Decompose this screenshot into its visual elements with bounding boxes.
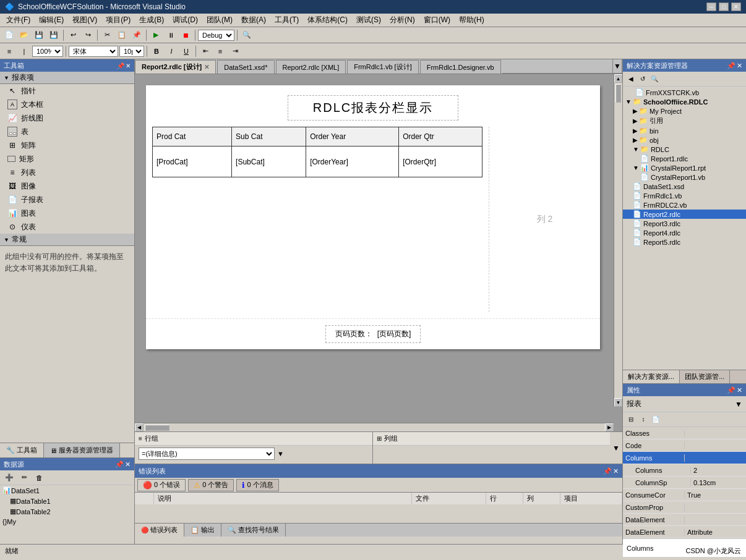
tree-expand-references[interactable]: ▶ <box>633 117 638 124</box>
doc-tab-frmrdlc1-design[interactable]: FrmRdlc1.vb [设计] <box>347 60 419 74</box>
tree-item-dataset1-xsd[interactable]: 📄 DataSet1.xsd <box>623 182 746 191</box>
error-panel-pin-btn[interactable]: 📌 <box>603 467 612 475</box>
scroll-up-btn[interactable]: ▲ <box>614 74 622 83</box>
tree-item-obj[interactable]: ▶ 📁 obj <box>623 135 746 145</box>
datasource-add-btn[interactable]: ➕ <box>2 472 16 484</box>
props-pin-btn[interactable]: 📌 <box>727 386 735 394</box>
props-sort-btn[interactable]: ↕ <box>638 414 649 425</box>
bold-btn[interactable]: B <box>150 45 163 57</box>
props-close-btn[interactable]: ✕ <box>737 386 742 394</box>
save-all-btn[interactable]: 💾 <box>47 29 61 41</box>
font-size-select[interactable]: 10pt <box>119 46 144 57</box>
tree-item-schooloffice[interactable]: ▼ 📁 SchoolOffiice.RDLC <box>623 97 746 106</box>
menu-analyze[interactable]: 分析(N) <box>386 14 419 27</box>
menu-project[interactable]: 项目(P) <box>102 14 134 27</box>
col-header-prodcat[interactable]: Prod Cat <box>153 127 232 146</box>
italic-btn[interactable]: I <box>165 45 178 57</box>
datasource-close-btn[interactable]: ✕ <box>125 460 131 469</box>
tree-item-bin[interactable]: ▶ 📁 bin <box>623 126 746 135</box>
redo-btn[interactable]: ↪ <box>81 29 95 41</box>
doc-tabs-overflow-btn[interactable]: ▼ <box>612 59 622 74</box>
tree-item-frmrdlc2-vb[interactable]: 📄 FrmRDLC2.vb <box>623 200 746 210</box>
save-btn[interactable]: 💾 <box>32 29 46 41</box>
menu-help[interactable]: 帮助(H) <box>455 14 488 27</box>
format-btn1[interactable]: ≡ <box>2 45 16 57</box>
datasource-item-my[interactable]: {} My <box>0 517 134 527</box>
align-center-btn[interactable]: ≡ <box>213 45 227 57</box>
vertical-scrollbar[interactable]: ▲ ▼ <box>614 74 622 407</box>
toolbox-general-header[interactable]: 常规 <box>0 234 134 246</box>
error-panel-close-btn[interactable]: ✕ <box>613 467 619 475</box>
tree-expand-schooloffice[interactable]: ▼ <box>625 98 632 105</box>
right-tab-team[interactable]: 团队资源管... <box>680 370 730 383</box>
props-categories-btn[interactable]: ⊟ <box>625 414 637 425</box>
tree-item-report4[interactable]: 📄 Report4.rdlc <box>623 228 746 237</box>
props-pages-btn[interactable]: 📄 <box>650 414 661 425</box>
menu-data[interactable]: 数据(A) <box>238 14 270 27</box>
font-name-select[interactable]: 宋体 <box>69 46 118 57</box>
scroll-h-thumb[interactable] <box>145 425 169 431</box>
scroll-down-btn[interactable]: ▼ <box>614 398 622 407</box>
tree-item-myproject[interactable]: ▶ 📁 My Project <box>623 106 746 116</box>
tree-item-rdlc[interactable]: ▼ 📁 RDLC <box>623 145 746 154</box>
doc-tab-frmrdlc1-designer[interactable]: FrmRdlc1.Designer.vb <box>420 60 501 74</box>
tree-expand-myproject[interactable]: ▶ <box>633 108 638 114</box>
scroll-left-btn[interactable]: ◀ <box>135 423 144 431</box>
toolbox-item-table[interactable]: 表 <box>0 125 134 138</box>
menu-build[interactable]: 生成(B) <box>135 14 168 27</box>
solution-explorer-close-btn[interactable]: ✕ <box>737 62 742 70</box>
error-bottom-tab-errors[interactable]: 🔴 错误列表 <box>135 524 184 537</box>
toolbox-item-subreport[interactable]: 📄 子报表 <box>0 193 134 206</box>
search-btn[interactable]: 🔍 <box>240 29 254 41</box>
toolbox-item-line[interactable]: 📈 折线图 <box>0 111 134 125</box>
menu-view[interactable]: 视图(V) <box>69 14 101 27</box>
menu-team[interactable]: 团队(M) <box>203 14 236 27</box>
data-cell-orderyear[interactable]: [OrderYear] <box>306 146 399 177</box>
tree-expand-bin[interactable]: ▶ <box>633 127 638 134</box>
col-header-subcat[interactable]: Sub Cat <box>232 127 306 146</box>
underline-btn[interactable]: U <box>179 45 193 57</box>
tree-item-report5[interactable]: 📄 Report5.rdlc <box>623 237 746 247</box>
horizontal-scrollbar[interactable]: ◀ ▶ <box>135 423 614 431</box>
toolbox-item-matrix[interactable]: ⊞ 矩阵 <box>0 138 134 152</box>
stop-btn[interactable]: ⏹ <box>179 29 192 41</box>
toolbox-item-cursor[interactable]: ↖ 指针 <box>0 84 134 98</box>
toolbox-item-image[interactable]: 🖼 图像 <box>0 179 134 193</box>
menu-arch[interactable]: 体系结构(C) <box>304 14 351 27</box>
toolbox-tab[interactable]: 🔧 工具箱 <box>0 443 44 457</box>
error-bottom-tab-output[interactable]: 📋 输出 <box>184 524 221 537</box>
data-cell-orderqtr[interactable]: [OrderQtr] <box>399 146 482 177</box>
datasource-delete-btn[interactable]: 🗑 <box>32 472 46 484</box>
toolbox-item-textbox[interactable]: A 文本框 <box>0 98 134 111</box>
pause-btn[interactable]: ⏸ <box>164 29 178 41</box>
page-num-box[interactable]: 页码页数： [页码页数] <box>325 325 421 343</box>
scroll-right-btn[interactable]: ▶ <box>605 423 614 431</box>
menu-test[interactable]: 测试(S) <box>353 14 385 27</box>
maximize-button[interactable]: □ <box>719 2 729 11</box>
right-tab-solution[interactable]: 解决方案资源... <box>623 370 680 383</box>
tree-expand-rdlc[interactable]: ▼ <box>633 146 639 153</box>
toolbox-close-btn[interactable]: ✕ <box>126 62 131 69</box>
doc-tab-report2-xml[interactable]: Report2.rdlc [XML] <box>276 60 346 74</box>
menu-tools[interactable]: 工具(T) <box>271 14 302 27</box>
doc-tab-dataset1[interactable]: DataSet1.xsd* <box>217 60 274 74</box>
align-right-btn[interactable]: ⇥ <box>228 45 242 57</box>
toolbox-report-header[interactable]: 报表项 <box>0 72 134 84</box>
row-group-select[interactable]: =(详细信息) <box>139 448 275 460</box>
doc-tab-report2-design[interactable]: Report2.rdlc [设计] ✕ <box>135 60 216 74</box>
data-cell-subcat[interactable]: [SubCat] <box>232 146 306 177</box>
group-panel-expand-btn[interactable]: ▼ <box>610 432 622 464</box>
se-back-btn[interactable]: ◀ <box>625 74 637 85</box>
format-btn2[interactable]: | <box>17 45 31 57</box>
row-group-dropdown-btn[interactable]: ▼ <box>277 450 284 457</box>
toolbox-item-gauge[interactable]: ⊙ 仪表 <box>0 220 134 234</box>
server-explorer-tab[interactable]: 🖥 服务器资源管理器 <box>44 443 120 457</box>
tree-item-report1[interactable]: 📄 Report1.rdlc <box>623 154 746 163</box>
copy-btn[interactable]: 📋 <box>115 29 129 41</box>
datasource-item-datatable2[interactable]: ▦ DataTable2 <box>0 506 134 517</box>
col-header-orderyear[interactable]: Order Year <box>306 127 399 146</box>
minimize-button[interactable]: ─ <box>706 2 716 11</box>
tree-item-report2[interactable]: 📄 Report2.rdlc <box>623 210 746 219</box>
toolbox-pin-btn[interactable]: 📌 <box>117 62 124 69</box>
tree-expand-crystalrpt[interactable]: ▼ <box>633 164 639 171</box>
